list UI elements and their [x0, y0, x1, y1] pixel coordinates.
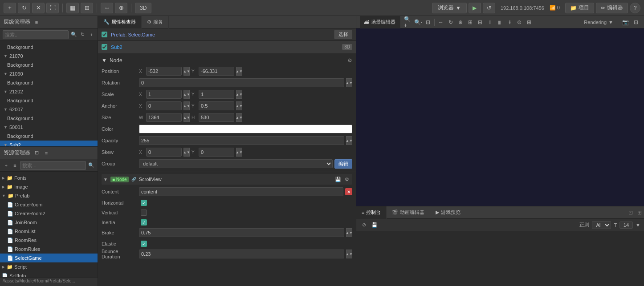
zoom-in-icon[interactable]: 🔍+ — [404, 18, 413, 27]
anchor-tool-icon[interactable]: ⊟ — [476, 18, 485, 27]
group-select[interactable]: default — [139, 159, 333, 168]
opacity-stepper[interactable]: ▲▼ — [346, 136, 352, 145]
assets-item-image[interactable]: ▶📁 Image — [0, 182, 98, 191]
prefab-select-button[interactable]: 选择 — [334, 30, 352, 39]
width-stepper[interactable]: ▲▼ — [183, 113, 190, 122]
height-stepper[interactable]: ▲▼ — [236, 113, 242, 122]
skew-y-input[interactable] — [199, 148, 234, 157]
tree-item-21202[interactable]: ▼ 21202 — [0, 87, 98, 96]
assets-item-fonts[interactable]: ▶📁 Fonts — [0, 173, 98, 182]
position-y-stepper[interactable]: ▲▼ — [236, 67, 242, 76]
hierarchy-refresh-icon[interactable]: ↻ — [79, 31, 86, 38]
position-x-stepper[interactable]: ▲▼ — [183, 67, 190, 76]
search-icon[interactable]: 🔍 — [70, 31, 77, 38]
content-clear-button[interactable]: ✕ — [345, 188, 352, 195]
rotation-stepper[interactable]: ▲▼ — [346, 78, 352, 87]
tree-item-21070[interactable]: ▼ 21070 — [0, 52, 98, 60]
console-save-icon[interactable]: 💾 — [371, 221, 379, 229]
scale-x-input[interactable] — [146, 90, 182, 99]
scrollview-save-icon[interactable]: 💾 — [334, 176, 342, 183]
tab-console[interactable]: ≡ 控制台 — [356, 206, 387, 219]
align-left-icon[interactable]: ⫴ — [485, 18, 494, 27]
add-button[interactable]: + — [4, 3, 16, 13]
editor-button[interactable]: ✏ 编辑器 — [596, 3, 628, 13]
node-section-header[interactable]: ▼ Node ⚙ — [102, 55, 352, 66]
camera-icon[interactable]: 📷 — [621, 18, 630, 27]
scrollview-settings-icon[interactable]: ⚙ — [343, 176, 351, 183]
tree-item-background5[interactable]: Background — [0, 114, 98, 123]
rotation-input[interactable] — [139, 78, 344, 87]
position-x-input[interactable] — [146, 67, 182, 76]
tree-item-background2[interactable]: Background — [0, 60, 98, 69]
assets-item-createroom[interactable]: 📄 CreateRoom — [0, 200, 98, 209]
tab-game-preview[interactable]: ▶ 游戏预览 — [430, 206, 466, 219]
brake-stepper[interactable]: ▲▼ — [346, 228, 352, 237]
node-settings-icon[interactable]: ⚙ — [347, 57, 352, 64]
width-input[interactable] — [146, 113, 182, 122]
assets-item-createroom2[interactable]: 📄 CreateRoom2 — [0, 209, 98, 218]
skew-x-input[interactable] — [146, 148, 182, 157]
hierarchy-menu-icon[interactable]: ≡ — [33, 19, 40, 26]
tab-scene-editor[interactable]: 🏙 场景编辑器 — [360, 16, 400, 28]
hierarchy-search-input[interactable] — [3, 30, 69, 39]
close-button[interactable]: ✕ — [32, 3, 45, 13]
play-button[interactable]: ▶ — [469, 3, 481, 13]
position-y-input[interactable] — [199, 67, 234, 76]
scale-y-stepper[interactable]: ▲▼ — [236, 90, 242, 99]
tree-item-background1[interactable]: Background — [0, 43, 98, 52]
sub2-checkbox[interactable] — [102, 44, 107, 50]
content-input[interactable] — [139, 187, 343, 196]
font-size-input[interactable] — [620, 222, 633, 229]
assets-item-selectgame[interactable]: 📄 SelectGame — [0, 254, 98, 262]
skew-y-stepper[interactable]: ▲▼ — [236, 148, 242, 157]
assets-add-icon[interactable]: + — [3, 162, 10, 169]
tree-item-62007[interactable]: ▼ 62007 — [0, 105, 98, 114]
elastic-checkbox[interactable]: ✓ — [141, 241, 147, 247]
reload-button[interactable]: ↺ — [483, 3, 495, 13]
assets-collapse-icon[interactable]: ⊡ — [33, 149, 40, 157]
skew-x-stepper[interactable]: ▲▼ — [183, 148, 190, 157]
group-edit-button[interactable]: 编辑 — [334, 159, 352, 169]
console-maximize-icon[interactable]: ⊞ — [635, 208, 644, 217]
assets-menu-icon[interactable]: ≡ — [43, 149, 50, 157]
height-input[interactable] — [199, 113, 234, 122]
align-center-icon[interactable]: ⫼ — [495, 18, 504, 27]
maximize-icon[interactable]: ⊡ — [632, 18, 640, 27]
settings-button[interactable]: ⊞ — [81, 3, 93, 13]
brake-input[interactable] — [139, 228, 344, 237]
assets-item-roomrules[interactable]: 📄 RoomRules — [0, 245, 98, 254]
tree-item-50001[interactable]: ▼ 50001 — [0, 123, 98, 132]
assets-item-roomlist[interactable]: 📄 RoomList — [0, 227, 98, 236]
tab-animation-editor[interactable]: 🎬 动画编辑器 — [387, 206, 430, 219]
zoom-out-icon[interactable]: 🔍- — [414, 18, 423, 27]
prefab-checkbox[interactable] — [102, 32, 107, 37]
tree-item-21060[interactable]: ▼ 21060 — [0, 69, 98, 78]
tree-item-background4[interactable]: Background — [0, 96, 98, 105]
refresh-button[interactable]: ↻ — [18, 3, 30, 13]
assets-item-roomres[interactable]: 📄 RoomRes — [0, 236, 98, 245]
scale-y-input[interactable] — [199, 90, 234, 99]
assets-search-icon[interactable]: 🔍 — [88, 162, 95, 169]
opacity-input[interactable] — [139, 136, 344, 145]
tab-service[interactable]: ⚙ 服务 — [142, 16, 169, 28]
vertical-checkbox[interactable] — [141, 209, 147, 216]
grid-icon[interactable]: ⊞ — [525, 18, 534, 27]
fit-icon[interactable]: ⊡ — [424, 18, 432, 27]
move-button[interactable]: ↔ — [101, 3, 113, 13]
grid-button[interactable]: ▦ — [66, 3, 79, 13]
log-level-select[interactable]: All — [592, 221, 611, 229]
rotate-tool-icon[interactable]: ↻ — [446, 18, 455, 27]
help-button[interactable]: ? — [630, 3, 640, 13]
scale-tool-icon[interactable]: ⊕ — [456, 18, 465, 27]
assets-list-icon[interactable]: ≡ — [12, 162, 19, 169]
tree-item-background3[interactable]: Background — [0, 78, 98, 87]
bounce-stepper[interactable]: ▲▼ — [346, 250, 352, 258]
3d-toggle[interactable]: 3D — [135, 3, 151, 13]
align-right-icon[interactable]: ⫵ — [505, 18, 514, 27]
console-expand-icon[interactable]: ⊡ — [626, 208, 635, 217]
assets-item-prefab[interactable]: ▼📁 Prefab — [0, 191, 98, 200]
assets-item-script[interactable]: ▶📁 Script — [0, 262, 98, 271]
inertia-checkbox[interactable]: ✓ — [141, 219, 147, 226]
fullscreen-button[interactable]: ⛶ — [46, 3, 59, 13]
bounce-duration-input[interactable] — [139, 250, 344, 258]
